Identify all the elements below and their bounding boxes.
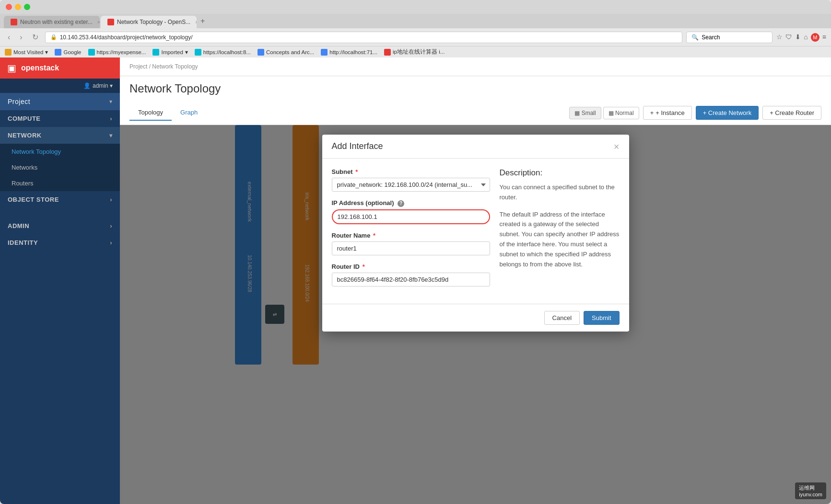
sidebar-item-identity[interactable]: Identity › bbox=[0, 234, 120, 251]
bookmark-myexpense[interactable]: https://myexpense... bbox=[88, 49, 146, 56]
modal-form: Subnet * private_network: 192.168.100.0/… bbox=[332, 168, 490, 294]
openstack-logo-text: openstack bbox=[21, 64, 59, 72]
compute-chevron: › bbox=[110, 115, 113, 122]
bookmark-imported[interactable]: Imported ▾ bbox=[152, 49, 187, 56]
bookmark-icon-ip-calc bbox=[384, 49, 391, 56]
size-normal-button[interactable]: ▦ Normal bbox=[603, 107, 639, 119]
size-small-button[interactable]: ▦ Small bbox=[569, 107, 601, 119]
download-icon[interactable]: ⬇ bbox=[795, 33, 801, 42]
security-icon: 🔒 bbox=[50, 34, 57, 40]
bookmark-label-imported: Imported bbox=[161, 49, 183, 55]
tab-graph[interactable]: Graph bbox=[172, 105, 206, 121]
network-topology-label: Network Topology bbox=[12, 148, 61, 155]
create-router-label: + Create Router bbox=[770, 109, 814, 116]
sidebar-item-network[interactable]: NETWORK ▾ bbox=[0, 127, 120, 144]
bookmark-label-myexpense: https://myexpense... bbox=[97, 49, 146, 55]
tab-close-neutron[interactable]: × bbox=[97, 19, 100, 25]
back-button[interactable]: ‹ bbox=[5, 32, 13, 43]
browser-tabs: Neutron with existing exter... × Network… bbox=[0, 14, 831, 28]
sidebar-item-compute[interactable]: COMPUTE › bbox=[0, 110, 120, 127]
bookmark-icon-myexpense bbox=[88, 49, 95, 56]
object-store-chevron: › bbox=[110, 196, 113, 203]
bookmark-concepts[interactable]: Concepts and Arc... bbox=[257, 49, 314, 56]
bookmark-most-visited[interactable]: Most Visited ▾ bbox=[5, 49, 48, 56]
project-label: Project bbox=[8, 98, 30, 105]
bookmark-icon-localhost8 bbox=[195, 49, 201, 56]
modal-overlay: Add Interface × Subnet * bbox=[120, 125, 831, 504]
bookmark-label-ip-calc: ip地址在线计算器 i... bbox=[393, 48, 445, 56]
add-instance-label: + Instance bbox=[655, 109, 684, 116]
new-tab-button[interactable]: + bbox=[198, 14, 208, 28]
app-container: ▣ openstack 👤 admin ▾ Project ▾ COMPUTE … bbox=[0, 57, 831, 504]
ip-address-input[interactable] bbox=[332, 209, 490, 224]
admin-label: admin ▾ bbox=[93, 82, 113, 89]
address-bar[interactable]: 🔒 10.140.253.44/dashboard/project/networ… bbox=[45, 32, 683, 43]
tab-neutron[interactable]: Neutron with existing exter... × bbox=[4, 16, 100, 28]
router-name-label: Router Name * bbox=[332, 232, 490, 239]
add-instance-button[interactable]: + + Instance bbox=[643, 106, 692, 120]
bookmark-localhost71[interactable]: http://localhost:71... bbox=[321, 49, 377, 56]
minimize-button[interactable] bbox=[15, 4, 21, 10]
forward-button[interactable]: › bbox=[17, 32, 25, 43]
modal-title: Add Interface bbox=[332, 141, 383, 151]
topology-toolbar: Topology Graph ▦ Small ▦ Normal + + Inst… bbox=[120, 101, 831, 125]
search-box[interactable]: 🔍 Search bbox=[686, 32, 772, 43]
ip-help-icon[interactable]: ? bbox=[398, 200, 404, 207]
bookmark-icon-imported bbox=[152, 49, 159, 56]
bookmark-google[interactable]: Google bbox=[55, 49, 81, 56]
bookmark-icon-localhost71 bbox=[321, 49, 328, 56]
sidebar-item-project[interactable]: Project ▾ bbox=[0, 93, 120, 110]
maximize-button[interactable] bbox=[24, 4, 30, 10]
refresh-button[interactable]: ↻ bbox=[29, 31, 41, 43]
ip-address-label: IP Address (optional) ? bbox=[332, 199, 490, 207]
create-network-button[interactable]: + Create Network bbox=[696, 106, 759, 120]
close-button[interactable] bbox=[6, 4, 12, 10]
tab-close-network[interactable]: × bbox=[195, 19, 197, 25]
shield-icon[interactable]: 🛡 bbox=[785, 33, 792, 42]
modal-description: Description: You can connect a specified… bbox=[500, 168, 620, 294]
create-network-label: + Create Network bbox=[703, 109, 752, 116]
page-title: Network Topology bbox=[120, 76, 831, 101]
browser-toolbar-icons: ☆ 🛡 ⬇ ⌂ M ≡ bbox=[776, 33, 826, 42]
desc-text-1: You can connect a specified subnet to th… bbox=[500, 183, 620, 203]
bookmark-localhost8[interactable]: https://localhost:8... bbox=[195, 49, 251, 56]
profile-icon[interactable]: M bbox=[811, 33, 819, 42]
sidebar-item-routers[interactable]: Routers bbox=[0, 175, 120, 191]
subnet-select[interactable]: private_network: 192.168.100.0/24 (inter… bbox=[332, 178, 490, 192]
router-id-label-text: Router ID bbox=[332, 263, 360, 270]
star-icon[interactable]: ☆ bbox=[776, 33, 783, 42]
browser-toolbar: ‹ › ↻ 🔒 10.140.253.44/dashboard/project/… bbox=[0, 28, 831, 46]
bookmark-label-localhost8: https://localhost:8... bbox=[203, 49, 251, 55]
bookmark-ip-calc[interactable]: ip地址在线计算器 i... bbox=[384, 48, 445, 56]
bookmark-chevron-most-visited: ▾ bbox=[45, 49, 48, 56]
admin-chevron: › bbox=[110, 223, 113, 229]
sidebar-item-network-topology[interactable]: Network Topology bbox=[0, 144, 120, 160]
bookmark-label-most-visited: Most Visited bbox=[13, 49, 43, 55]
desc-text-2: The default IP address of the interface … bbox=[500, 210, 620, 270]
object-store-label: OBJECT STORE bbox=[8, 196, 59, 203]
menu-icon[interactable]: ≡ bbox=[822, 33, 826, 42]
tab-topology[interactable]: Topology bbox=[129, 105, 172, 121]
add-instance-icon: + bbox=[650, 109, 654, 116]
watermark: 运维网iyunv.com bbox=[795, 482, 826, 499]
sidebar-item-object-store[interactable]: OBJECT STORE › bbox=[0, 191, 120, 208]
modal-close-button[interactable]: × bbox=[614, 142, 620, 151]
sidebar-item-networks[interactable]: Networks bbox=[0, 160, 120, 175]
create-router-button[interactable]: + Create Router bbox=[762, 106, 821, 120]
identity-chevron: › bbox=[110, 240, 113, 246]
home-icon[interactable]: ⌂ bbox=[804, 33, 808, 42]
router-id-input[interactable] bbox=[332, 273, 490, 286]
ip-address-form-group: IP Address (optional) ? bbox=[332, 199, 490, 224]
tab-network-topology[interactable]: Network Topology - OpenS... × bbox=[101, 16, 197, 28]
sidebar-logo: ▣ openstack bbox=[0, 57, 120, 79]
router-name-input[interactable] bbox=[332, 241, 490, 255]
tab-favicon-network bbox=[107, 19, 114, 25]
submit-button[interactable]: Submit bbox=[584, 311, 619, 325]
bookmarks-bar: Most Visited ▾ Google https://myexpense.… bbox=[0, 46, 831, 57]
sidebar-item-admin[interactable]: Admin › bbox=[0, 218, 120, 234]
browser-frame: Neutron with existing exter... × Network… bbox=[0, 0, 831, 504]
cancel-button[interactable]: Cancel bbox=[544, 311, 580, 325]
bookmark-label-google: Google bbox=[63, 49, 81, 55]
routers-label: Routers bbox=[12, 180, 34, 187]
sidebar-admin-menu[interactable]: 👤 admin ▾ bbox=[0, 79, 120, 93]
